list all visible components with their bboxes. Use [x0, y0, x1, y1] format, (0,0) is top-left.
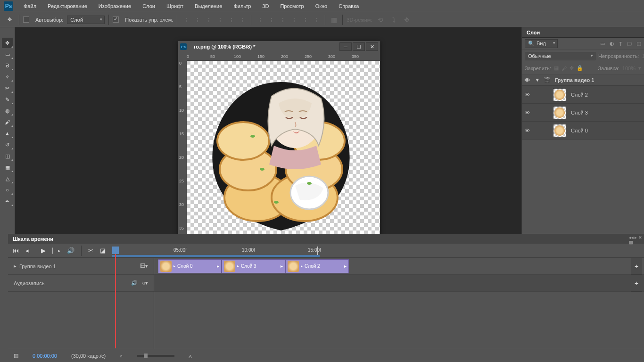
timecode-display[interactable]: 0:00:00:00: [33, 353, 57, 359]
zoom-out-icon[interactable]: ▵: [120, 353, 123, 359]
filter-pixel-icon[interactable]: ▭: [600, 41, 605, 47]
visibility-icon[interactable]: 👁: [525, 110, 531, 115]
move-tool[interactable]: ✥: [2, 38, 13, 48]
add-video-track-button[interactable]: +: [631, 258, 642, 275]
orbit-3d-icon[interactable]: ⟲: [376, 16, 385, 24]
show-transform-checkbox[interactable]: [113, 16, 119, 23]
filter-smart-icon[interactable]: ◫: [636, 41, 641, 47]
stamp-tool[interactable]: ▲: [2, 128, 13, 139]
menu-select[interactable]: Выделение: [189, 0, 228, 12]
dist-right-icon[interactable]: ⫶: [312, 16, 321, 24]
dist-vcenter-icon[interactable]: ⫶: [266, 16, 276, 24]
align-right-icon[interactable]: ⫶: [238, 16, 247, 24]
eyedropper-tool[interactable]: ✎: [2, 94, 13, 105]
work-area-end[interactable]: [317, 247, 318, 255]
menu-file[interactable]: Файл: [18, 0, 42, 12]
dist-top-icon[interactable]: ⫶: [255, 16, 264, 24]
eraser-tool[interactable]: ◫: [2, 151, 13, 161]
menu-window[interactable]: Окно: [310, 0, 333, 12]
visibility-icon[interactable]: 👁: [525, 92, 531, 98]
layer-thumbnail[interactable]: [553, 88, 566, 101]
dist-hcenter-icon[interactable]: ⫶: [300, 16, 310, 24]
playhead[interactable]: [112, 247, 119, 254]
film-icon[interactable]: 🎞▾: [140, 263, 148, 269]
align-top-icon[interactable]: ⫶: [181, 16, 190, 24]
layer-filter-dropdown[interactable]: 🔍Вид: [525, 39, 558, 48]
document-canvas[interactable]: [187, 61, 380, 237]
menu-image[interactable]: Изображение: [93, 0, 137, 12]
prev-frame-button[interactable]: ◂⎸: [25, 247, 34, 255]
filter-adjust-icon[interactable]: ◐: [610, 41, 614, 47]
auto-align-icon[interactable]: ▦: [329, 16, 339, 24]
dist-left-icon[interactable]: ⫶: [289, 16, 298, 24]
layer-row[interactable]: 👁 Слой 0: [522, 122, 644, 140]
filter-shape-icon[interactable]: ▢: [627, 41, 632, 47]
history-brush-tool[interactable]: ↺: [2, 140, 13, 150]
layer-name[interactable]: Слой 0: [571, 128, 588, 133]
menu-type[interactable]: Шрифт: [161, 0, 189, 12]
healing-tool[interactable]: ◍: [2, 106, 13, 116]
clip[interactable]: ▸Слой 2 ▸: [285, 259, 349, 273]
group-name[interactable]: Группа видео 1: [555, 77, 594, 83]
roll-3d-icon[interactable]: ⤵: [389, 16, 398, 24]
menu-help[interactable]: Справка: [333, 0, 364, 12]
layer-name[interactable]: Слой 2: [571, 92, 588, 98]
lasso-tool[interactable]: ᘐ: [2, 60, 13, 71]
menu-3d[interactable]: 3D: [256, 0, 274, 12]
timeline-tracks[interactable]: ▸Слой 0 ▸ ▸Слой 3 ▸ ▸Слой 2 ▸: [154, 258, 644, 349]
layer-thumbnail[interactable]: [553, 124, 566, 137]
align-vcenter-icon[interactable]: ⫶: [192, 16, 202, 24]
clip[interactable]: ▸Слой 0 ▸: [158, 259, 222, 273]
layers-tab[interactable]: Слои: [522, 27, 644, 38]
ruler-vertical[interactable]: 0 5 10 15 20 25 30 35: [178, 61, 187, 237]
document-titlebar[interactable]: Ps то.png @ 100% (RGB/8) * ─ ☐ ✕: [178, 41, 380, 52]
crop-tool[interactable]: ✂: [2, 83, 13, 93]
lock-paint-icon[interactable]: 🖌: [561, 66, 567, 71]
zoom-slider[interactable]: [137, 355, 174, 357]
marquee-tool[interactable]: ▭: [2, 49, 13, 59]
filter-type-icon[interactable]: T: [619, 41, 622, 47]
add-audio-track-button[interactable]: +: [631, 275, 642, 292]
align-left-icon[interactable]: ⫶: [215, 16, 224, 24]
lock-pixels-icon[interactable]: ▦: [554, 65, 559, 71]
audio-track-header[interactable]: Аудиозапись 🔊 ♫▾: [8, 275, 154, 292]
opacity-value[interactable]: 100%: [642, 53, 644, 59]
layer-thumbnail[interactable]: [553, 106, 566, 119]
next-frame-button[interactable]: ⎸▸: [52, 247, 60, 255]
menu-layers[interactable]: Слои: [137, 0, 161, 12]
collapse-icon[interactable]: ▾: [536, 77, 539, 83]
split-clip-button[interactable]: ✂: [88, 247, 93, 254]
menu-edit[interactable]: Редактирование: [42, 0, 93, 12]
dist-bottom-icon[interactable]: ⫶: [278, 16, 287, 24]
lock-position-icon[interactable]: ✥: [570, 65, 574, 71]
menu-filter[interactable]: Фильтр: [228, 0, 256, 12]
audio-icon[interactable]: 🔊: [131, 280, 138, 286]
clip[interactable]: ▸Слой 3 ▸: [222, 259, 285, 273]
dodge-tool[interactable]: ○: [2, 185, 13, 195]
autoselect-dropdown[interactable]: Слой: [67, 16, 105, 24]
layer-row[interactable]: 👁 Слой 2: [522, 86, 644, 104]
mute-button[interactable]: 🔊: [67, 247, 74, 254]
pen-tool[interactable]: ✒: [2, 196, 13, 206]
play-button[interactable]: ▶: [41, 247, 46, 254]
first-frame-button[interactable]: ⏮: [13, 247, 19, 254]
layer-group-row[interactable]: 👁 ▾ 🎬 Группа видео 1: [522, 74, 644, 86]
timeline-tab[interactable]: Шкала времени ◂◂ ▸ ✕▤: [8, 234, 644, 244]
blur-tool[interactable]: △: [2, 173, 13, 184]
video-track-header[interactable]: ▸ Группа видео 1 🎞▾: [8, 258, 154, 275]
expand-icon[interactable]: ▸: [14, 263, 17, 269]
align-bottom-icon[interactable]: ⫶: [204, 16, 213, 24]
magic-wand-tool[interactable]: ✧: [2, 72, 13, 82]
minimize-button[interactable]: ─: [339, 42, 352, 51]
lock-all-icon[interactable]: 🔒: [577, 65, 583, 71]
gradient-tool[interactable]: ▦: [2, 162, 13, 173]
align-hcenter-icon[interactable]: ⫶: [226, 16, 236, 24]
fill-value[interactable]: 100%: [622, 66, 636, 71]
visibility-icon[interactable]: 👁: [525, 77, 531, 83]
layer-name[interactable]: Слой 3: [571, 110, 588, 115]
close-button[interactable]: ✕: [366, 42, 378, 51]
brush-tool[interactable]: 🖌: [2, 117, 13, 127]
blend-mode-dropdown[interactable]: Обычные: [525, 52, 595, 60]
document-window[interactable]: Ps то.png @ 100% (RGB/8) * ─ ☐ ✕ 0 50 10…: [178, 41, 380, 237]
zoom-in-icon[interactable]: ▵: [189, 352, 192, 360]
